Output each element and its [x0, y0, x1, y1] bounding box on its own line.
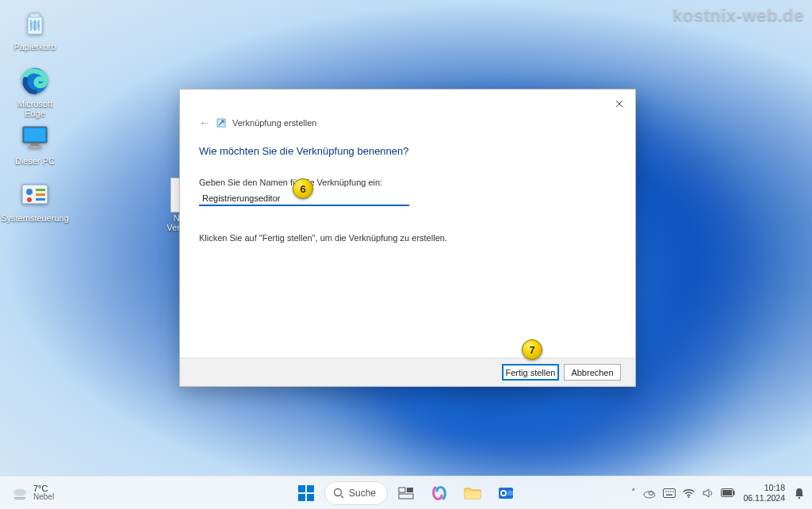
watermark: kostnix-web.de	[672, 5, 804, 25]
svg-point-2	[30, 21, 40, 30]
shortcut-icon	[216, 118, 226, 128]
svg-rect-11	[36, 193, 45, 196]
dialog-footer: Fertig stellen Abbrechen	[180, 358, 635, 386]
desktop-icon-control-panel[interactable]: Systemsteuerung	[6, 176, 63, 226]
weather-text: 7°C Nebel	[33, 484, 54, 501]
svg-point-20	[334, 488, 341, 496]
taskbar-outlook[interactable]	[491, 478, 521, 508]
svg-point-31	[666, 491, 668, 492]
onedrive-icon[interactable]	[643, 488, 656, 499]
desktop-icon-label: Microsoft Edge	[10, 99, 60, 118]
svg-point-33	[671, 491, 672, 492]
close-button[interactable]	[610, 94, 629, 113]
svg-point-32	[668, 491, 670, 492]
svg-rect-38	[722, 490, 732, 496]
dialog-title: Wie möchten Sie die Verknüpfung benennen…	[199, 145, 616, 157]
dialog-header: ← Verknüpfung erstellen	[199, 117, 316, 129]
svg-rect-39	[733, 491, 735, 495]
svg-rect-24	[465, 492, 481, 499]
chevron-up-icon[interactable]: ˄	[631, 488, 636, 498]
dialog-hint: Klicken Sie auf "Fertig stellen", um die…	[199, 233, 616, 243]
svg-rect-6	[31, 144, 39, 146]
svg-point-12	[27, 197, 32, 202]
svg-rect-22	[407, 488, 413, 492]
taskbar-center: Suche	[291, 478, 521, 508]
copilot-icon	[431, 484, 448, 502]
desktop-icon-edge[interactable]: Microsoft Edge	[6, 62, 63, 121]
recycle-bin-icon	[19, 8, 51, 40]
edge-icon	[19, 65, 51, 97]
svg-rect-35	[666, 494, 672, 496]
svg-rect-17	[307, 485, 314, 492]
finish-button[interactable]: Fertig stellen	[502, 364, 559, 381]
svg-point-27	[502, 491, 505, 494]
taskbar-task-view[interactable]	[391, 478, 421, 508]
notification-icon[interactable]	[793, 487, 806, 499]
desktop-icon-this-pc[interactable]: Dieser PC	[6, 119, 63, 169]
svg-point-15	[13, 488, 27, 496]
folder-icon	[464, 486, 481, 500]
cancel-button[interactable]: Abbrechen	[564, 364, 621, 381]
svg-rect-10	[36, 189, 45, 191]
name-field-label: Geben Sie den Namen für die Verknüpfung …	[199, 178, 616, 187]
desktop-icon-label: Papierkorb	[13, 42, 56, 52]
windows-icon	[297, 484, 315, 502]
taskbar: 7°C Nebel Suche	[0, 476, 812, 509]
svg-rect-30	[664, 488, 676, 497]
svg-rect-18	[298, 494, 305, 501]
speaker-icon[interactable]	[702, 488, 714, 498]
search-icon	[333, 488, 344, 499]
clock-time: 10:18	[764, 483, 785, 492]
svg-rect-23	[399, 494, 413, 499]
svg-point-34	[673, 491, 675, 492]
taskbar-copilot[interactable]	[424, 478, 454, 508]
clock-date: 06.11.2024	[743, 493, 785, 503]
fog-icon	[11, 485, 29, 501]
close-icon	[615, 100, 623, 108]
back-arrow-icon[interactable]: ←	[199, 117, 210, 129]
annotation-bubble-6: 6	[293, 178, 313, 199]
taskbar-clock[interactable]: 10:18 06.11.2024	[743, 483, 785, 502]
weather-condition: Nebel	[33, 493, 54, 501]
svg-point-9	[26, 189, 33, 195]
desktop-icon-label: Dieser PC	[15, 156, 55, 166]
taskbar-left: 7°C Nebel	[6, 481, 59, 504]
svg-rect-19	[307, 494, 314, 501]
monitor-icon	[19, 122, 51, 154]
svg-rect-21	[399, 488, 405, 492]
search-label: Suche	[349, 488, 376, 499]
control-panel-icon	[19, 179, 51, 211]
battery-icon[interactable]	[721, 488, 735, 497]
wifi-icon[interactable]	[683, 488, 695, 498]
taskbar-explorer[interactable]	[458, 478, 488, 508]
desktop: kostnix-web.de Papierkorb Microsoft Edge…	[0, 0, 812, 509]
system-tray: ˄	[631, 488, 735, 499]
svg-point-40	[799, 496, 801, 499]
start-button[interactable]	[291, 478, 321, 508]
create-shortcut-dialog: ← Verknüpfung erstellen Wie möchten Sie …	[179, 89, 636, 387]
annotation-bubble-7: 7	[522, 339, 542, 360]
svg-point-36	[688, 496, 690, 498]
svg-rect-1	[30, 13, 40, 17]
dialog-body: Wie möchten Sie die Verknüpfung benennen…	[199, 145, 616, 243]
svg-rect-5	[25, 128, 45, 141]
task-view-icon	[398, 487, 414, 499]
svg-rect-13	[36, 198, 45, 201]
desktop-icon-recycle-bin[interactable]: Papierkorb	[6, 5, 63, 55]
taskbar-weather[interactable]: 7°C Nebel	[6, 481, 59, 504]
taskbar-right: ˄ 10:18 06.11.2024	[631, 483, 806, 502]
keyboard-icon[interactable]	[663, 488, 676, 498]
dialog-breadcrumb: Verknüpfung erstellen	[232, 118, 316, 128]
svg-rect-16	[298, 485, 305, 492]
outlook-icon	[497, 484, 515, 502]
taskbar-search[interactable]: Suche	[324, 481, 388, 505]
desktop-icon-label: Systemsteuerung	[1, 213, 69, 223]
svg-rect-7	[28, 146, 42, 148]
